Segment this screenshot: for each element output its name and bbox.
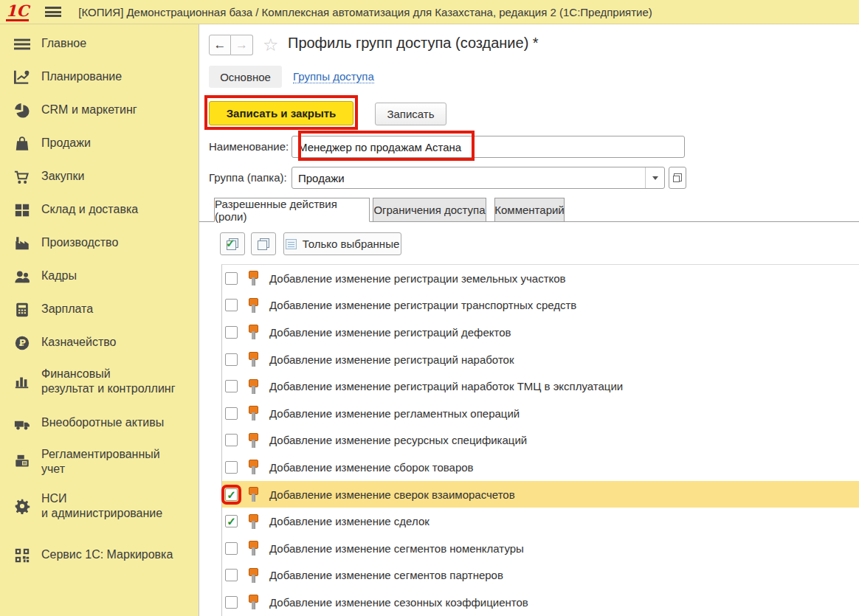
role-row[interactable]: Добавление изменение сегментов партнеров <box>222 562 859 589</box>
sidebar-item-finrezultat[interactable]: Финансовый результат и контроллинг <box>0 359 199 404</box>
role-checkbox[interactable] <box>225 488 238 501</box>
key-icon <box>249 405 258 421</box>
key-icon <box>249 270 258 286</box>
only-selected-label: Только выбранные <box>303 238 400 250</box>
unselect-all-button[interactable] <box>251 232 276 255</box>
role-row[interactable]: Добавление изменение сегментов номенклат… <box>222 535 859 562</box>
group-combo-value: Продажи <box>292 172 645 184</box>
role-row[interactable]: Добавление изменение регистраций дефекто… <box>222 319 859 346</box>
role-label: Добавление изменение регистраций наработ… <box>269 353 514 366</box>
save-and-close-button[interactable]: Записать и закрыть <box>209 101 353 125</box>
sidebar-item-vneoborotnye[interactable]: Внеоборотные активы <box>0 406 199 440</box>
role-checkbox[interactable] <box>225 380 238 392</box>
sidebar-item-kaznacheystvo[interactable]: Р Казначейство <box>0 326 199 359</box>
role-row[interactable]: Добавление изменение регистрации транспо… <box>222 292 859 319</box>
role-row[interactable]: Добавление изменение сделок <box>222 508 859 535</box>
sidebar-item-sklad[interactable]: Склад и доставка <box>0 193 199 226</box>
key-icon <box>249 459 258 475</box>
name-input[interactable] <box>291 136 685 158</box>
sidebar-item-servis-markirovka[interactable]: Сервис 1С: Маркировка <box>0 539 199 572</box>
factory-icon <box>13 235 31 252</box>
main-menu-icon[interactable] <box>45 7 61 17</box>
role-checkbox[interactable] <box>225 353 238 366</box>
back-arrow-icon: ← <box>214 38 227 52</box>
role-row[interactable]: Добавление изменение сверок взаиморасчет… <box>222 481 859 508</box>
pie-chart-icon <box>13 102 31 120</box>
role-checkbox[interactable] <box>225 326 238 339</box>
role-checkbox[interactable] <box>225 461 238 474</box>
nav-link-gruppy-dostupa[interactable]: Группы доступа <box>293 70 374 83</box>
tab-strip: Разрешенные действия (роли) Ограничения … <box>199 198 859 222</box>
role-label: Добавление изменение сделок <box>269 515 430 527</box>
sidebar-item-crm[interactable]: CRM и маркетинг <box>0 94 199 127</box>
role-label: Добавление изменение сверок взаиморасчет… <box>269 488 515 501</box>
sidebar-item-zarplata[interactable]: Зарплата <box>0 293 199 326</box>
dropdown-button[interactable] <box>645 167 664 188</box>
key-icon <box>249 297 258 314</box>
role-row[interactable]: Добавление изменение регламентных операц… <box>222 400 859 427</box>
role-row[interactable]: Добавление изменение ресурсных специфика… <box>222 427 859 454</box>
role-row[interactable]: Добавление изменение регистраций наработ… <box>222 346 859 373</box>
forward-arrow-icon: → <box>235 38 248 52</box>
only-selected-button[interactable]: Только выбранные <box>283 232 401 255</box>
name-field-label: Наименование: <box>209 136 289 158</box>
tab-access-restrictions[interactable]: Ограничения доступа <box>373 198 486 222</box>
key-icon <box>249 594 258 610</box>
sidebar: Главное Планирование CRM и маркетинг Про… <box>0 24 199 616</box>
list-icon <box>286 239 297 249</box>
role-label: Добавление изменение сезонных коэффициен… <box>269 596 528 609</box>
role-row[interactable]: Добавление изменение регистрации земельн… <box>222 265 859 292</box>
menu-icon <box>13 35 31 53</box>
sidebar-item-planirovanie[interactable]: Планирование <box>0 60 199 94</box>
group-combo[interactable]: Продажи <box>291 167 665 189</box>
role-label: Добавление изменение регистрации земельн… <box>269 272 566 285</box>
back-button[interactable]: ← <box>209 35 231 55</box>
sidebar-item-reglament-uchet[interactable]: Регламентированный учет <box>0 440 199 484</box>
main-panel: ← → ☆ Профиль групп доступа (создание) *… <box>199 24 859 616</box>
key-icon <box>249 567 258 584</box>
bar-chart-icon <box>13 373 31 390</box>
key-icon <box>249 432 258 449</box>
title-bar: 1С [КОПИЯ] Демонстрационная база / Компл… <box>0 0 859 24</box>
planning-icon <box>13 69 31 86</box>
role-checkbox[interactable] <box>225 434 238 446</box>
sidebar-item-proizvodstvo[interactable]: Производство <box>0 226 199 260</box>
role-checkbox[interactable] <box>225 299 238 311</box>
role-label: Добавление изменение регламентных операц… <box>269 407 520 420</box>
nav-tab-osnovnoe[interactable]: Основное <box>209 66 282 88</box>
sidebar-item-nsi-admin[interactable]: НСИ и администрирование <box>0 484 199 528</box>
tab-comment[interactable]: Комментарий <box>494 198 565 222</box>
group-open-button[interactable] <box>669 167 686 189</box>
unselect-all-icon <box>258 238 269 250</box>
key-icon <box>249 486 258 502</box>
role-row[interactable]: Добавление изменение сборок товаров <box>222 454 859 481</box>
role-label: Добавление изменение сегментов партнеров <box>269 569 503 581</box>
role-checkbox[interactable] <box>225 407 238 420</box>
key-icon <box>249 324 258 340</box>
roles-list: Добавление изменение регистрации земельн… <box>221 264 859 616</box>
role-checkbox[interactable] <box>225 569 238 581</box>
role-checkbox[interactable] <box>225 272 238 285</box>
svg-text:Р: Р <box>19 338 26 348</box>
sidebar-item-zakupki[interactable]: Закупки <box>0 160 199 193</box>
truck-icon <box>13 415 31 432</box>
choose-from-list-icon <box>673 173 682 182</box>
role-label: Добавление изменение сборок товаров <box>269 461 474 474</box>
sidebar-item-kadry[interactable]: Кадры <box>0 260 199 293</box>
ruble-coin-icon: Р <box>13 334 31 352</box>
role-row[interactable]: Добавление изменение сезонных коэффициен… <box>222 589 859 616</box>
role-label: Добавление изменение регистрации транспо… <box>269 299 576 311</box>
role-checkbox[interactable] <box>225 515 238 527</box>
favorite-star-icon[interactable]: ☆ <box>263 35 279 55</box>
cart-icon <box>13 168 31 186</box>
role-row[interactable]: Добавление изменение регистраций наработ… <box>222 373 859 400</box>
select-all-button[interactable]: ✓ <box>220 232 245 255</box>
save-button[interactable]: Записать <box>375 103 446 125</box>
forward-button[interactable]: → <box>231 35 253 55</box>
tab-allowed-actions[interactable]: Разрешенные действия (роли) <box>214 198 370 222</box>
role-label: Добавление изменение регистраций дефекто… <box>269 326 511 339</box>
role-checkbox[interactable] <box>225 596 238 609</box>
sidebar-item-prodazhi[interactable]: Продажи <box>0 127 199 160</box>
role-checkbox[interactable] <box>225 542 238 555</box>
sidebar-item-glavnoe[interactable]: Главное <box>0 27 199 60</box>
